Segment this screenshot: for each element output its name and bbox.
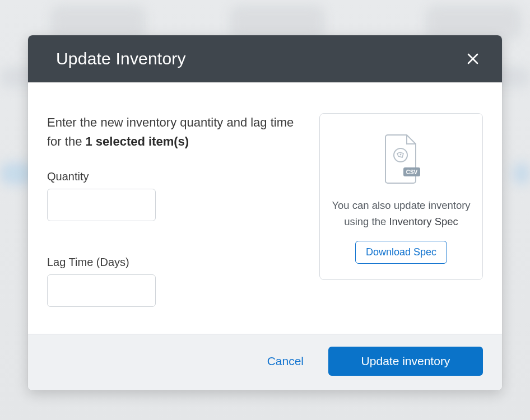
quantity-field-group: Quantity <box>47 170 297 221</box>
intro-text: Enter the new inventory quantity and lag… <box>47 113 297 151</box>
modal-header: Update Inventory <box>28 35 502 82</box>
form-column: Enter the new inventory quantity and lag… <box>47 113 297 307</box>
csv-badge-text: CSV <box>406 169 418 175</box>
modal-body: Enter the new inventory quantity and lag… <box>28 82 502 334</box>
svg-point-3 <box>400 154 402 156</box>
csv-file-icon: CSV <box>381 134 421 185</box>
update-inventory-modal: Update Inventory Enter the new inventory… <box>28 35 502 390</box>
download-spec-button[interactable]: Download Spec <box>355 241 447 264</box>
update-inventory-button[interactable]: Update inventory <box>328 347 483 376</box>
lagtime-field-group: Lag Time (Days) <box>47 256 297 307</box>
spec-text-emph: Inventory Spec <box>389 216 458 227</box>
quantity-label: Quantity <box>47 170 297 183</box>
lagtime-label: Lag Time (Days) <box>47 256 297 269</box>
modal-overlay: Update Inventory Enter the new inventory… <box>0 0 530 420</box>
spec-text: You can also update inventory using the … <box>330 198 472 230</box>
cancel-button[interactable]: Cancel <box>262 350 309 372</box>
modal-footer: Cancel Update inventory <box>28 334 502 390</box>
close-icon <box>466 52 480 66</box>
spec-column: CSV You can also update inventory using … <box>319 113 483 307</box>
close-button[interactable] <box>463 49 483 69</box>
quantity-input[interactable] <box>47 189 156 221</box>
modal-title: Update Inventory <box>56 49 186 68</box>
intro-selected-count: 1 selected item(s) <box>85 134 189 148</box>
lagtime-input[interactable] <box>47 274 156 307</box>
inventory-spec-box: CSV You can also update inventory using … <box>319 113 483 280</box>
